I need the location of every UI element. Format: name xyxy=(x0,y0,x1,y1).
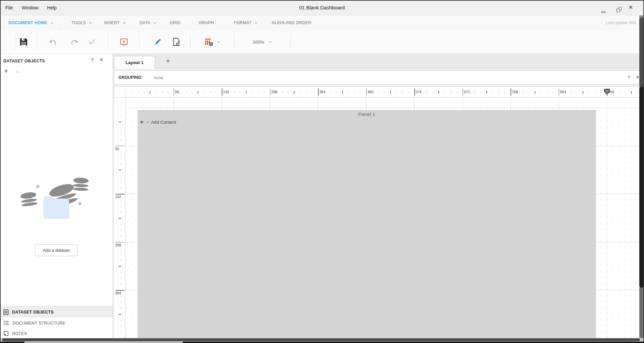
chevron-down-icon[interactable] xyxy=(146,120,149,123)
menu-help[interactable]: Help xyxy=(47,5,57,10)
ruler-tick xyxy=(204,92,204,93)
ruler-tick xyxy=(121,104,121,104)
tab-layout-1[interactable]: Layout 1 xyxy=(114,56,155,69)
last-update-label: Last update: N/A xyxy=(606,20,636,25)
redo-button[interactable] xyxy=(69,30,79,54)
ribbon-item-data[interactable]: DATA xyxy=(140,15,155,30)
save-button[interactable] xyxy=(18,30,29,54)
ruler-label: 192 xyxy=(223,90,229,94)
ruler-mid-tick xyxy=(246,91,247,94)
chevron-down-icon xyxy=(153,21,156,23)
ruler-tick xyxy=(426,92,427,93)
ruler-tick xyxy=(613,92,613,93)
document-canvas[interactable]: Panel 1 + Add Content xyxy=(125,98,639,338)
vertical-scrollbar[interactable] xyxy=(639,15,644,338)
ruler-tick xyxy=(121,332,121,333)
ruler-tick xyxy=(577,92,577,93)
ruler-mid-tick xyxy=(342,91,343,94)
ruler-tick xyxy=(336,92,337,93)
new-layout-button[interactable]: + xyxy=(166,54,170,68)
vertical-scrollbar-segment[interactable] xyxy=(639,17,644,87)
panel-1[interactable]: Panel 1 + Add Content xyxy=(138,110,596,338)
ruler-major-tick xyxy=(115,242,124,243)
edit-pencil-button[interactable] xyxy=(152,30,162,54)
zoom-select[interactable]: 100% xyxy=(248,30,275,54)
ribbon-item-label: GRAPH xyxy=(199,20,214,25)
ruler-tick xyxy=(252,92,253,93)
toolbar-separator xyxy=(139,34,140,50)
ruler-mid-tick xyxy=(390,91,391,94)
chevron-down-icon xyxy=(123,21,125,23)
nav-dataset-objects[interactable]: DATASET OBJECTS xyxy=(0,306,113,318)
ruler-tick xyxy=(121,128,121,128)
ruler-label: 768 xyxy=(512,90,518,94)
grouping-bar[interactable]: GROUPING: none ? × xyxy=(114,70,642,84)
ruler-tick xyxy=(306,92,307,93)
ribbon-item-align-and-order[interactable]: ALIGN AND ORDER xyxy=(272,15,311,30)
redo-icon xyxy=(70,38,79,46)
ruler-tick xyxy=(121,230,121,231)
ribbon-item-document-home[interactable]: DOCUMENT HOME xyxy=(8,15,52,30)
ruler-tick xyxy=(121,212,121,213)
panel-nav: DATASET OBJECTS DOCUMENT STRUCTURE NOTES xyxy=(0,306,113,338)
add-content-control[interactable]: + Add Content xyxy=(140,119,176,125)
menu-window[interactable]: Window xyxy=(22,5,39,10)
ruler-tick xyxy=(121,308,121,309)
ruler-tick xyxy=(121,278,121,279)
page-width-marker-inner xyxy=(605,90,609,93)
ribbon-item-grid[interactable]: GRID xyxy=(170,15,180,30)
ruler-mid-tick xyxy=(118,218,121,219)
nav-label: DOCUMENT STRUCTURE xyxy=(12,321,65,326)
ruler-tick xyxy=(121,152,121,152)
ruler-mid-tick xyxy=(486,91,487,94)
ruler-mid-tick xyxy=(294,91,294,94)
ruler-tick xyxy=(571,92,571,93)
ruler-tick xyxy=(121,110,121,110)
ruler-label: 384 xyxy=(115,291,121,295)
ruler-tick xyxy=(162,92,162,93)
close-icon[interactable]: × xyxy=(629,3,633,12)
menu-file[interactable]: File xyxy=(5,5,13,10)
menu-bar: FileWindowHelp xyxy=(5,0,57,15)
nav-document-structure[interactable]: DOCUMENT STRUCTURE xyxy=(0,318,113,329)
vertical-scrollbar-thumb[interactable] xyxy=(639,87,644,288)
ruler-tick xyxy=(595,92,595,93)
ruler-tick xyxy=(121,116,121,116)
ruler-tick xyxy=(348,92,349,93)
ruler-tick xyxy=(185,92,186,93)
close-icon[interactable]: × xyxy=(636,74,639,81)
undo-button[interactable] xyxy=(47,30,57,54)
insert-visualization-button[interactable] xyxy=(202,30,222,54)
ruler-tick xyxy=(378,92,379,93)
chevron-down-icon xyxy=(269,40,271,43)
ruler-label: 96 xyxy=(115,147,119,151)
edit-note-button[interactable] xyxy=(171,30,181,54)
ruler-tick xyxy=(589,92,589,93)
vertical-ruler: 96192288384 xyxy=(114,98,125,338)
presentation-mode-button[interactable] xyxy=(119,30,129,54)
ruler-mid-tick xyxy=(583,91,583,94)
ribbon-item-graph[interactable]: GRAPH xyxy=(199,15,214,30)
ruler-tick xyxy=(637,92,638,93)
panel-boundary-line xyxy=(125,108,639,108)
horizontal-scrollbar[interactable] xyxy=(0,338,644,342)
minimize-icon[interactable] xyxy=(601,12,606,12)
ribbon-item-insert[interactable]: INSERT xyxy=(104,15,125,30)
save-icon xyxy=(20,38,28,46)
add-a-dataset-button[interactable]: Add a dataset xyxy=(35,244,77,256)
close-icon[interactable]: × xyxy=(100,56,103,63)
ruler-major-tick xyxy=(463,89,463,96)
nav-notes[interactable]: NOTES xyxy=(0,329,113,338)
ribbon-item-format[interactable]: FORMAT xyxy=(234,15,257,30)
plus-icon[interactable]: + xyxy=(140,119,144,125)
help-icon[interactable]: ? xyxy=(628,75,630,80)
add-dataset-icon[interactable]: + xyxy=(4,67,8,75)
ribbon-item-tools[interactable]: TOOLS xyxy=(71,15,91,30)
restore-icon-front xyxy=(616,9,620,12)
horizontal-scrollbar-thumb[interactable] xyxy=(2,338,640,341)
help-icon[interactable]: ? xyxy=(91,57,94,63)
ruler-tick xyxy=(444,92,445,93)
ruler-tick xyxy=(121,134,121,134)
apply-button[interactable] xyxy=(87,30,96,54)
restore-icon[interactable] xyxy=(616,7,622,13)
